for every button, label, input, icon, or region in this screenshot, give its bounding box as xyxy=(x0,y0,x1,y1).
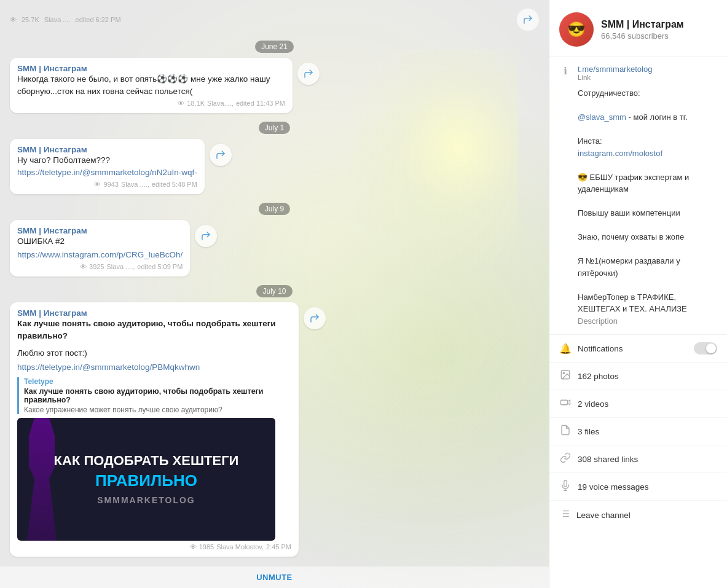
voice-label: 19 voice messages xyxy=(578,482,649,492)
desc-nambertop: НамберТопер в ТРАФИКЕ, ХЕШТЕГАХ и ТЕХ. А… xyxy=(578,292,687,314)
desc-slava-text: - мой логин в тг. xyxy=(629,112,688,122)
media-item-files[interactable]: 3 files xyxy=(549,418,727,445)
channel-subscribers: 66,546 subscribers xyxy=(601,31,684,41)
view-count-4: 1985 xyxy=(199,543,214,551)
view-count-2: 9943 xyxy=(103,181,118,188)
desc-insta-link[interactable]: instagram.com/molostof xyxy=(578,149,662,158)
svg-point-1 xyxy=(563,372,564,374)
media-section: 162 photos 2 videos 3 files 308 shared l… xyxy=(549,363,727,501)
forward-btn-4[interactable] xyxy=(304,307,326,329)
channel-header: 😎 SMM | Инстаграм 66,546 subscribers xyxy=(549,0,727,57)
view-icon-stub: 👁 xyxy=(10,16,17,23)
bottom-bar: UNMUTE xyxy=(0,566,549,588)
message-link-4[interactable]: https://teletype.in/@smmmarketolog/PBMqk… xyxy=(17,363,200,372)
message-row-3: SMM | Инстаграм ОШИБКА #2 https://www.in… xyxy=(10,220,539,280)
notifications-row: 🔔 Notifications xyxy=(549,335,727,363)
message-text-3a: ОШИБКА #2 xyxy=(17,235,183,248)
forward-btn-3[interactable] xyxy=(195,225,217,247)
message-row-1: SMM | Инстаграм Никогда такого не было, … xyxy=(10,58,539,117)
view-icon-2: 👁 xyxy=(94,181,101,188)
desc-slava-link[interactable]: @slava_smm xyxy=(578,112,626,122)
top-time: edited 6:22 PM xyxy=(76,16,121,23)
desc-footer: Description xyxy=(578,316,618,326)
date-separator-july10: July 10 xyxy=(10,285,539,297)
message-text-2: Ну чаго? Поболтаем??? https://teletype.i… xyxy=(17,154,197,178)
message-card-2: SMM | Инстаграм Ну чаго? Поболтаем??? ht… xyxy=(10,139,205,194)
info-row-desc: Сотрудничество: @slava_smm - мой логин в… xyxy=(559,87,717,327)
info-row-link: ℹ t.me/smmmarketolog Link xyxy=(559,65,717,81)
message-footer-2: 👁 9943 Slava ...., edited 5:48 PM xyxy=(17,181,197,188)
message-text-4-sub: Люблю этот пост:) xyxy=(17,347,291,359)
top-editor: Slava .... xyxy=(44,16,71,23)
desc-number1: Я №1(номерки раздавали у пятёрочки) xyxy=(578,256,680,278)
desc-ohvaty: Знаю, почему охваты в жопе xyxy=(578,232,684,241)
top-view-count: 25.7K xyxy=(22,16,39,23)
view-icon-1: 👁 xyxy=(178,100,184,107)
channel-name-1: SMM | Инстаграм xyxy=(17,64,285,73)
notifications-toggle[interactable] xyxy=(694,342,717,355)
date-badge-july9: July 9 xyxy=(259,203,290,215)
message-text-1: Никогда такого не было, и вот опять⚽⚽⚽ м… xyxy=(17,73,285,97)
teletype-source: Teletype xyxy=(24,377,291,386)
view-count-1: 18.1K xyxy=(187,100,205,107)
leave-channel-item[interactable]: Leave channel xyxy=(549,501,727,529)
date-badge-july10: July 10 xyxy=(256,285,292,297)
channel-name-2: SMM | Инстаграм xyxy=(17,145,197,154)
message-link-2[interactable]: https://teletype.in/@smmmarketolog/nN2uI… xyxy=(17,168,197,177)
files-label: 3 files xyxy=(578,427,599,436)
message-card-1: SMM | Инстаграм Никогда такого не было, … xyxy=(10,58,293,113)
editor-2: Slava ...., xyxy=(121,181,149,188)
editor-4: Slava Molostov, xyxy=(216,543,264,551)
info-icon-link: ℹ xyxy=(559,65,572,77)
date-badge-july1: July 1 xyxy=(259,122,290,134)
message-row-4: SMM | Инстаграм Как лучше понять свою ау… xyxy=(10,302,539,560)
message-text-3b: https://www.instagram.com/p/CRG_lueBcOh/ xyxy=(17,249,183,261)
channel-name-3: SMM | Инстаграм xyxy=(17,226,183,235)
videos-icon xyxy=(559,397,572,410)
photos-label: 162 photos xyxy=(578,372,619,381)
time-1: edited 11:43 PM xyxy=(236,100,285,107)
message-row-2: SMM | Инстаграм Ну чаго? Поболтаем??? ht… xyxy=(10,139,539,198)
desc-competence: Повышу ваши компетенции xyxy=(578,208,680,218)
date-separator-july1: July 1 xyxy=(10,122,539,134)
links-icon xyxy=(559,452,572,466)
videos-label: 2 videos xyxy=(578,399,608,409)
notifications-label: Notifications xyxy=(578,344,688,353)
media-item-videos[interactable]: 2 videos xyxy=(549,390,727,418)
messages-container[interactable]: 👁 25.7K Slava .... edited 6:22 PM June 2… xyxy=(0,0,549,566)
leave-label: Leave channel xyxy=(576,511,631,520)
forward-btn-2[interactable] xyxy=(210,144,232,166)
message-footer-4: 👁 1985 Slava Molostov, 2:45 PM xyxy=(17,543,291,551)
message-card-3: SMM | Инстаграм ОШИБКА #2 https://www.in… xyxy=(10,220,190,276)
message-link-3[interactable]: https://www.instagram.com/p/CRG_lueBcOh/ xyxy=(17,250,183,259)
view-icon-4: 👁 xyxy=(190,543,197,551)
media-item-voice[interactable]: 19 voice messages xyxy=(549,473,727,501)
time-3: edited 5:09 PM xyxy=(137,263,183,270)
forward-btn-1[interactable] xyxy=(297,63,320,85)
editor-1: Slava...., xyxy=(207,100,234,107)
top-stub-row: 👁 25.7K Slava .... edited 6:22 PM xyxy=(10,6,539,36)
message-footer-1: 👁 18.1K Slava...., edited 11:43 PM xyxy=(17,100,285,107)
message-footer-3: 👁 3925 Slava ...., edited 5:09 PM xyxy=(17,263,183,270)
channel-link-label: Link xyxy=(578,74,717,81)
channel-name-4: SMM | Инстаграм xyxy=(17,308,291,318)
preview-title-ru: КАК ПОДОБРАТЬ ХЕШТЕГИ xyxy=(54,453,239,469)
files-icon xyxy=(559,425,572,438)
info-description: Сотрудничество: @slava_smm - мой логин в… xyxy=(578,87,717,327)
message-card-4: SMM | Инстаграм Как лучше понять свою ау… xyxy=(10,302,299,556)
date-badge-june21: June 21 xyxy=(255,41,294,53)
unmute-button[interactable]: UNMUTE xyxy=(256,573,293,582)
message-text-4-main: Как лучше понять свою аудиторию, чтобы п… xyxy=(17,318,291,342)
editor-3: Slava ...., xyxy=(107,263,135,270)
media-item-photos[interactable]: 162 photos xyxy=(549,363,727,390)
preview-image-content: КАК ПОДОБРАТЬ ХЕШТЕГИ ПРАВИЛЬНО SMMMARKE… xyxy=(42,441,251,517)
photos-icon xyxy=(559,369,572,383)
media-item-links[interactable]: 308 shared links xyxy=(549,445,727,473)
svg-rect-2 xyxy=(561,400,568,405)
forward-top-button[interactable] xyxy=(517,9,539,31)
teletype-preview: Teletype Как лучше понять свою аудиторию… xyxy=(17,377,291,414)
channel-link-url[interactable]: t.me/smmmarketolog xyxy=(578,65,717,74)
teletype-subtitle: Какое упражнение может понять лучше свою… xyxy=(24,406,291,414)
desc-traffic: 😎 ЕБШУ трафик экспертам и удаленщикам xyxy=(578,173,689,194)
preview-image: КАК ПОДОБРАТЬ ХЕШТЕГИ ПРАВИЛЬНО SMMMARKE… xyxy=(17,418,275,541)
